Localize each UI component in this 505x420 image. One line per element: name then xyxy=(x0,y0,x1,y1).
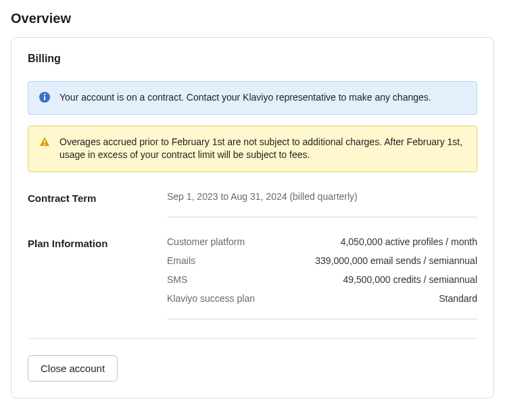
alert-info: Your account is on a contract. Contact y… xyxy=(28,81,477,115)
plan-value: Standard xyxy=(439,293,477,304)
card-title: Billing xyxy=(28,53,477,65)
svg-rect-1 xyxy=(44,97,45,101)
alert-warning: Overages accrued prior to February 1st a… xyxy=(28,126,477,172)
divider xyxy=(167,217,477,217)
contract-term-value: Sep 1, 2023 to Aug 31, 2024 (billed quar… xyxy=(167,191,358,202)
warning-icon xyxy=(39,136,50,147)
alert-warning-text: Overages accrued prior to February 1st a… xyxy=(59,136,466,162)
plan-key: Customer platform xyxy=(167,236,245,247)
plan-row: Emails 339,000,000 email sends / semiann… xyxy=(167,255,477,266)
svg-rect-3 xyxy=(44,140,45,143)
plan-info-row: Plan Information Customer platform 4,050… xyxy=(28,236,477,319)
svg-point-2 xyxy=(44,94,45,95)
contract-term-label: Contract Term xyxy=(28,191,167,217)
plan-row: SMS 49,500,000 credits / semiannual xyxy=(167,274,477,285)
plan-key: Klaviyo success plan xyxy=(167,293,255,304)
plan-info-content: Customer platform 4,050,000 active profi… xyxy=(167,236,477,319)
plan-row: Klaviyo success plan Standard xyxy=(167,293,477,304)
plan-value: 4,050,000 active profiles / month xyxy=(341,236,477,247)
plan-value: 339,000,000 email sends / semiannual xyxy=(315,255,477,266)
info-icon xyxy=(39,92,50,103)
divider xyxy=(167,319,477,319)
contract-term-row: Contract Term Sep 1, 2023 to Aug 31, 202… xyxy=(28,191,477,217)
page-title: Overview xyxy=(11,11,494,26)
plan-key: SMS xyxy=(167,274,187,285)
contract-term-content: Sep 1, 2023 to Aug 31, 2024 (billed quar… xyxy=(167,191,477,217)
plan-row: Customer platform 4,050,000 active profi… xyxy=(167,236,477,247)
plan-key: Emails xyxy=(167,255,195,266)
plan-value: 49,500,000 credits / semiannual xyxy=(343,274,477,285)
alert-info-text: Your account is on a contract. Contact y… xyxy=(59,91,431,105)
close-account-button[interactable]: Close account xyxy=(28,355,118,382)
plan-info-label: Plan Information xyxy=(28,236,167,319)
divider xyxy=(28,338,477,339)
svg-point-4 xyxy=(44,144,45,145)
billing-card: Billing Your account is on a contract. C… xyxy=(11,37,494,398)
